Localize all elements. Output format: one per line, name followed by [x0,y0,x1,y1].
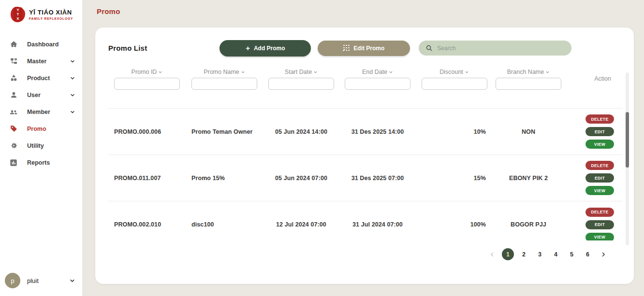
avatar-initial: p [11,277,14,284]
column-promo-name: Promo Name [186,68,263,90]
edit-promo-button[interactable]: Edit Promo [318,41,410,56]
cell-promo-name: Promo Teman Owner [186,128,263,135]
add-promo-button[interactable]: + Add Promo [220,40,311,56]
sidebar-item-label: Promo [27,126,75,132]
view-button[interactable]: VIEW [585,140,614,149]
table-scrollbar-thumb[interactable] [626,112,629,168]
search-input[interactable] [437,45,565,52]
sidebar: Y T X YĪ TIÁO XIÀN FAMILY REFLEXOLOGY Da… [0,0,82,296]
chevron-down-icon [241,70,245,74]
brand-subtitle: FAMILY REFLEXOLOGY [29,17,73,20]
row-divider [108,100,623,109]
sidebar-item-reports[interactable]: Reports [0,154,82,171]
edit-button[interactable]: EDIT [585,173,614,183]
user-menu[interactable]: p pluit [0,267,82,294]
chevron-down-icon[interactable] [69,278,75,284]
chevron-down-icon [158,70,162,74]
sidebar-item-master[interactable]: Master [0,53,82,70]
cell-branch-name: BOGOR PJJ [493,221,564,228]
avatar: p [5,273,20,288]
delete-button[interactable]: DELETE [585,208,614,217]
sidebar-item-dashboard[interactable]: Dashboard [0,36,82,53]
sidebar-item-label: Product [27,75,70,82]
page-title: Promo [82,0,644,15]
sidebar-item-member[interactable]: Member [0,103,82,120]
view-button[interactable]: VIEW [585,233,614,241]
column-sort-label[interactable]: Promo ID [132,68,163,76]
filter-end-date-input[interactable] [345,78,410,90]
pagination-page-6[interactable]: 6 [582,248,594,260]
table-row: PROMO.000.006 Promo Teman Owner 05 Jun 2… [108,109,623,155]
column-start-date: Start Date [263,68,339,90]
sidebar-item-product[interactable]: Product [0,70,82,86]
chevron-down-icon[interactable] [70,58,75,64]
table-body: PROMO.000.006 Promo Teman Owner 05 Jun 2… [108,100,623,240]
promo-list-card: Promo List + Add Promo Edit Promo [95,28,634,284]
pagination: 1 2 3 4 5 6 [108,248,623,260]
chevron-down-icon[interactable] [70,75,75,81]
pagination-page-3[interactable]: 3 [534,248,546,260]
gear-icon [9,141,18,151]
cell-promo-id: PROMO.011.007 [108,175,186,182]
sidebar-item-user[interactable]: User [0,86,82,103]
filter-start-date-input[interactable] [268,78,334,90]
column-end-date: End Date [339,68,416,90]
view-button[interactable]: VIEW [585,186,614,195]
column-sort-label[interactable]: Start Date [285,68,318,76]
cell-promo-id: PROMO.000.006 [108,128,186,135]
cell-discount: 10% [416,128,493,135]
cell-promo-name: disc100 [186,221,263,228]
monogram-letter: Y [16,8,19,12]
sidebar-item-label: User [27,92,70,99]
monogram-letter: T [17,12,19,16]
edit-button[interactable]: EDIT [585,127,614,136]
pagination-page-4[interactable]: 4 [550,248,562,260]
pagination-page-1[interactable]: 1 [502,248,514,260]
user-name: pluit [27,277,69,284]
cell-end-date: 31 Des 2025 07:00 [339,175,416,182]
cell-start-date: 12 Jul 2024 07:00 [263,221,339,228]
edit-promo-label: Edit Promo [353,45,384,52]
column-sort-label[interactable]: Discount [439,68,469,76]
sidebar-item-utility[interactable]: Utility [0,137,82,154]
card-title: Promo List [108,44,147,52]
pagination-prev-icon[interactable] [486,249,498,260]
pagination-page-2[interactable]: 2 [518,248,530,260]
brand-title: YĪ TIÁO XIÀN [29,9,73,16]
cell-promo-id: PROMO.002.010 [108,221,186,228]
cell-discount: 100% [416,221,493,228]
tag-icon [9,124,18,134]
chevron-down-icon[interactable] [70,92,75,98]
pagination-page-5[interactable]: 5 [566,248,578,260]
chevron-down-icon [545,70,550,74]
delete-button[interactable]: DELETE [585,161,614,170]
sidebar-item-label: Utility [27,142,75,149]
app-root: Y T X YĪ TIÁO XIÀN FAMILY REFLEXOLOGY Da… [0,0,644,296]
column-discount: Discount [416,68,493,90]
table-scrollbar-track[interactable] [626,72,629,245]
filter-discount-input[interactable] [422,78,487,90]
column-sort-label[interactable]: End Date [362,68,393,76]
table-row: PROMO.002.010 disc100 12 Jul 2024 07:00 … [108,201,623,240]
search-box[interactable] [419,41,571,56]
add-promo-label: Add Promo [254,45,285,52]
monogram-letter: X [16,16,19,21]
cell-end-date: 31 Des 2025 14:00 [339,128,416,135]
column-action: Action [564,68,623,90]
filter-branch-name-input[interactable] [496,78,561,90]
bar-chart-icon [9,158,18,168]
edit-button[interactable]: EDIT [585,220,614,229]
sidebar-item-promo[interactable]: Promo [0,120,82,137]
pagination-next-icon[interactable] [598,249,609,260]
column-sort-label[interactable]: Branch Name [507,68,550,76]
table-header: Promo ID Promo Name Start Date [108,68,623,90]
filter-promo-id-input[interactable] [114,78,180,90]
column-sort-label[interactable]: Promo Name [204,68,245,76]
plus-icon: + [246,44,250,52]
home-icon [9,40,18,49]
user-icon [9,90,18,100]
chevron-down-icon[interactable] [70,109,75,115]
filter-promo-name-input[interactable] [191,78,257,90]
sidebar-item-label: Master [27,58,70,65]
delete-button[interactable]: DELETE [585,114,614,124]
